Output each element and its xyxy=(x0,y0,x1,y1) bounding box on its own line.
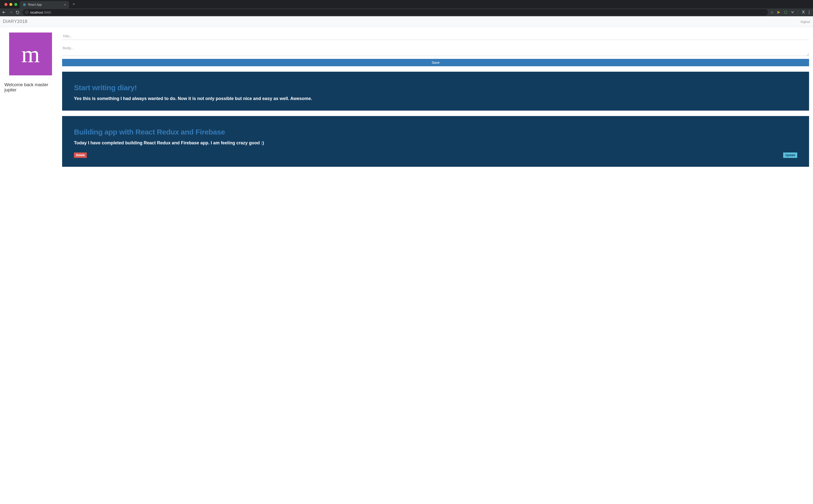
reload-button[interactable] xyxy=(16,11,20,14)
url-port: :3000 xyxy=(43,11,51,14)
entries-list: Start writing diary! Yes this is somethi… xyxy=(62,72,809,167)
close-window-button[interactable] xyxy=(4,3,7,6)
browser-menu-icon[interactable] xyxy=(809,11,810,14)
entry-body: Yes this is something I had always wante… xyxy=(74,95,797,102)
new-tab-button[interactable]: + xyxy=(69,2,77,8)
extension-icon[interactable] xyxy=(777,11,780,14)
main-layout: m Welcome back master jupiter Save Start… xyxy=(0,27,813,169)
toolbar-actions: ☆ xyxy=(770,10,811,15)
body-input[interactable] xyxy=(62,44,809,56)
svg-point-4 xyxy=(803,11,804,12)
profile-icon[interactable] xyxy=(801,10,805,14)
window-controls xyxy=(2,3,20,8)
svg-point-0 xyxy=(24,4,25,5)
sidebar: m Welcome back master jupiter xyxy=(2,33,59,167)
diary-entry: Start writing diary! Yes this is somethi… xyxy=(62,72,809,111)
avatar: m xyxy=(9,33,52,75)
entry-title: Building app with React Redux and Fireba… xyxy=(74,128,797,136)
close-tab-icon[interactable]: × xyxy=(64,3,66,7)
extension-v-icon[interactable] xyxy=(791,11,794,14)
toolbar-separator xyxy=(798,10,798,15)
update-button[interactable]: Update xyxy=(783,152,797,158)
brand[interactable]: DIARY2018 xyxy=(3,19,27,24)
extension-hex-icon[interactable] xyxy=(784,11,787,14)
content-column: Save Start writing diary! Yes this is so… xyxy=(62,33,811,167)
maximize-window-button[interactable] xyxy=(14,3,17,6)
browser-tab[interactable]: React App × xyxy=(20,1,69,8)
react-favicon-icon xyxy=(23,3,26,6)
title-input[interactable] xyxy=(62,33,809,40)
site-info-icon[interactable]: ⓘ xyxy=(25,10,28,15)
delete-button[interactable]: Delete xyxy=(74,152,87,158)
bookmark-star-icon[interactable]: ☆ xyxy=(770,10,774,14)
entry-body: Today I have completed building React Re… xyxy=(74,140,797,146)
browser-chrome: React App × + ⓘ localhost:3000 ☆ xyxy=(0,0,813,16)
tab-strip: React App × + xyxy=(0,0,813,8)
diary-entry: Building app with React Redux and Fireba… xyxy=(62,116,809,167)
save-button[interactable]: Save xyxy=(62,59,809,66)
entry-actions: Delete Update xyxy=(74,152,797,158)
app-navbar: DIARY2018 logout xyxy=(0,16,813,27)
browser-toolbar: ⓘ localhost:3000 ☆ xyxy=(0,8,813,16)
logout-link[interactable]: logout xyxy=(801,20,810,24)
forward-button[interactable] xyxy=(9,10,13,14)
entry-title: Start writing diary! xyxy=(74,84,797,92)
back-button[interactable] xyxy=(2,10,6,14)
tab-title: React App xyxy=(28,3,62,6)
welcome-text: Welcome back master jupiter xyxy=(2,82,59,93)
minimize-window-button[interactable] xyxy=(9,3,12,6)
address-bar[interactable]: ⓘ localhost:3000 xyxy=(23,9,768,16)
url-host: localhost xyxy=(30,11,43,14)
